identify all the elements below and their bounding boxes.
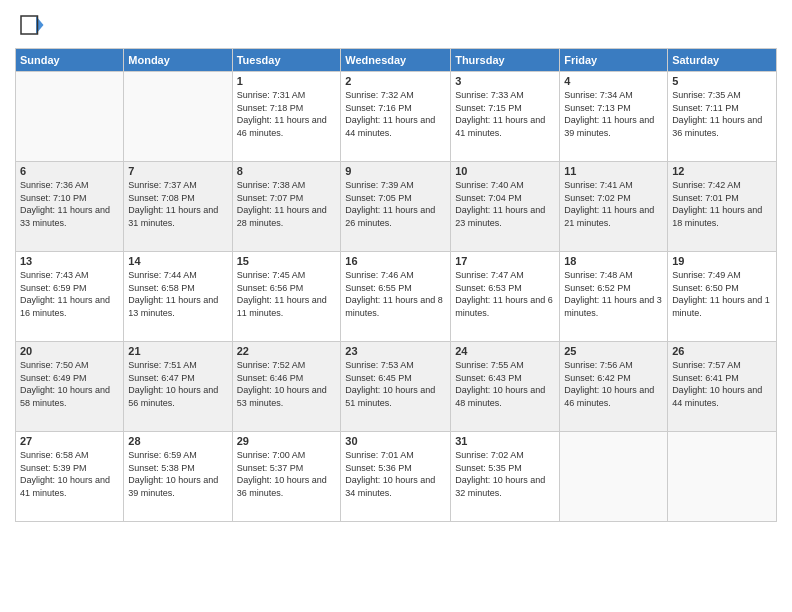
- calendar-cell: 16Sunrise: 7:46 AMSunset: 6:55 PMDayligh…: [341, 252, 451, 342]
- day-info: Sunrise: 7:53 AMSunset: 6:45 PMDaylight:…: [345, 359, 446, 409]
- calendar-week-row: 27Sunrise: 6:58 AMSunset: 5:39 PMDayligh…: [16, 432, 777, 522]
- calendar-cell: 7Sunrise: 7:37 AMSunset: 7:08 PMDaylight…: [124, 162, 232, 252]
- calendar-cell: 21Sunrise: 7:51 AMSunset: 6:47 PMDayligh…: [124, 342, 232, 432]
- day-number: 10: [455, 165, 555, 177]
- day-info: Sunrise: 7:46 AMSunset: 6:55 PMDaylight:…: [345, 269, 446, 319]
- calendar-cell: 27Sunrise: 6:58 AMSunset: 5:39 PMDayligh…: [16, 432, 124, 522]
- calendar-cell: 20Sunrise: 7:50 AMSunset: 6:49 PMDayligh…: [16, 342, 124, 432]
- calendar-week-row: 20Sunrise: 7:50 AMSunset: 6:49 PMDayligh…: [16, 342, 777, 432]
- calendar-cell: 18Sunrise: 7:48 AMSunset: 6:52 PMDayligh…: [560, 252, 668, 342]
- logo-icon: [15, 10, 45, 40]
- calendar-header-row: SundayMondayTuesdayWednesdayThursdayFrid…: [16, 49, 777, 72]
- calendar-cell: 6Sunrise: 7:36 AMSunset: 7:10 PMDaylight…: [16, 162, 124, 252]
- calendar-cell: 19Sunrise: 7:49 AMSunset: 6:50 PMDayligh…: [668, 252, 777, 342]
- day-info: Sunrise: 7:52 AMSunset: 6:46 PMDaylight:…: [237, 359, 337, 409]
- day-info: Sunrise: 7:43 AMSunset: 6:59 PMDaylight:…: [20, 269, 119, 319]
- day-info: Sunrise: 7:42 AMSunset: 7:01 PMDaylight:…: [672, 179, 772, 229]
- calendar-week-row: 1Sunrise: 7:31 AMSunset: 7:18 PMDaylight…: [16, 72, 777, 162]
- day-number: 5: [672, 75, 772, 87]
- calendar-week-row: 6Sunrise: 7:36 AMSunset: 7:10 PMDaylight…: [16, 162, 777, 252]
- day-info: Sunrise: 7:39 AMSunset: 7:05 PMDaylight:…: [345, 179, 446, 229]
- day-number: 21: [128, 345, 227, 357]
- day-info: Sunrise: 7:40 AMSunset: 7:04 PMDaylight:…: [455, 179, 555, 229]
- calendar-cell: 9Sunrise: 7:39 AMSunset: 7:05 PMDaylight…: [341, 162, 451, 252]
- calendar-cell: [16, 72, 124, 162]
- day-number: 26: [672, 345, 772, 357]
- day-number: 7: [128, 165, 227, 177]
- day-number: 15: [237, 255, 337, 267]
- calendar-cell: 15Sunrise: 7:45 AMSunset: 6:56 PMDayligh…: [232, 252, 341, 342]
- day-number: 4: [564, 75, 663, 87]
- day-number: 28: [128, 435, 227, 447]
- day-number: 12: [672, 165, 772, 177]
- day-info: Sunrise: 7:44 AMSunset: 6:58 PMDaylight:…: [128, 269, 227, 319]
- day-info: Sunrise: 7:49 AMSunset: 6:50 PMDaylight:…: [672, 269, 772, 319]
- day-info: Sunrise: 7:34 AMSunset: 7:13 PMDaylight:…: [564, 89, 663, 139]
- day-info: Sunrise: 7:48 AMSunset: 6:52 PMDaylight:…: [564, 269, 663, 319]
- calendar-day-header: Thursday: [451, 49, 560, 72]
- day-number: 27: [20, 435, 119, 447]
- calendar-cell: 17Sunrise: 7:47 AMSunset: 6:53 PMDayligh…: [451, 252, 560, 342]
- day-info: Sunrise: 7:31 AMSunset: 7:18 PMDaylight:…: [237, 89, 337, 139]
- calendar-cell: 25Sunrise: 7:56 AMSunset: 6:42 PMDayligh…: [560, 342, 668, 432]
- calendar-cell: [668, 432, 777, 522]
- calendar-cell: 8Sunrise: 7:38 AMSunset: 7:07 PMDaylight…: [232, 162, 341, 252]
- header: [15, 10, 777, 40]
- day-number: 25: [564, 345, 663, 357]
- calendar-day-header: Friday: [560, 49, 668, 72]
- calendar-cell: [560, 432, 668, 522]
- calendar-day-header: Monday: [124, 49, 232, 72]
- day-number: 2: [345, 75, 446, 87]
- calendar-cell: 4Sunrise: 7:34 AMSunset: 7:13 PMDaylight…: [560, 72, 668, 162]
- day-info: Sunrise: 7:01 AMSunset: 5:36 PMDaylight:…: [345, 449, 446, 499]
- day-number: 1: [237, 75, 337, 87]
- day-number: 22: [237, 345, 337, 357]
- calendar-cell: 26Sunrise: 7:57 AMSunset: 6:41 PMDayligh…: [668, 342, 777, 432]
- day-number: 11: [564, 165, 663, 177]
- day-info: Sunrise: 7:50 AMSunset: 6:49 PMDaylight:…: [20, 359, 119, 409]
- calendar-cell: 13Sunrise: 7:43 AMSunset: 6:59 PMDayligh…: [16, 252, 124, 342]
- calendar-cell: 3Sunrise: 7:33 AMSunset: 7:15 PMDaylight…: [451, 72, 560, 162]
- calendar-cell: 11Sunrise: 7:41 AMSunset: 7:02 PMDayligh…: [560, 162, 668, 252]
- day-number: 16: [345, 255, 446, 267]
- day-info: Sunrise: 7:37 AMSunset: 7:08 PMDaylight:…: [128, 179, 227, 229]
- day-number: 30: [345, 435, 446, 447]
- calendar-cell: 14Sunrise: 7:44 AMSunset: 6:58 PMDayligh…: [124, 252, 232, 342]
- day-number: 17: [455, 255, 555, 267]
- calendar-cell: [124, 72, 232, 162]
- day-number: 9: [345, 165, 446, 177]
- day-info: Sunrise: 7:35 AMSunset: 7:11 PMDaylight:…: [672, 89, 772, 139]
- calendar-cell: 5Sunrise: 7:35 AMSunset: 7:11 PMDaylight…: [668, 72, 777, 162]
- svg-rect-1: [21, 16, 38, 34]
- day-info: Sunrise: 7:33 AMSunset: 7:15 PMDaylight:…: [455, 89, 555, 139]
- day-info: Sunrise: 7:56 AMSunset: 6:42 PMDaylight:…: [564, 359, 663, 409]
- day-number: 23: [345, 345, 446, 357]
- calendar-cell: 24Sunrise: 7:55 AMSunset: 6:43 PMDayligh…: [451, 342, 560, 432]
- calendar-day-header: Wednesday: [341, 49, 451, 72]
- day-number: 3: [455, 75, 555, 87]
- day-number: 19: [672, 255, 772, 267]
- day-number: 14: [128, 255, 227, 267]
- day-info: Sunrise: 7:45 AMSunset: 6:56 PMDaylight:…: [237, 269, 337, 319]
- day-info: Sunrise: 7:38 AMSunset: 7:07 PMDaylight:…: [237, 179, 337, 229]
- day-number: 20: [20, 345, 119, 357]
- day-info: Sunrise: 7:47 AMSunset: 6:53 PMDaylight:…: [455, 269, 555, 319]
- calendar-cell: 1Sunrise: 7:31 AMSunset: 7:18 PMDaylight…: [232, 72, 341, 162]
- day-number: 18: [564, 255, 663, 267]
- day-number: 29: [237, 435, 337, 447]
- day-number: 13: [20, 255, 119, 267]
- calendar-day-header: Saturday: [668, 49, 777, 72]
- calendar-cell: 10Sunrise: 7:40 AMSunset: 7:04 PMDayligh…: [451, 162, 560, 252]
- calendar-week-row: 13Sunrise: 7:43 AMSunset: 6:59 PMDayligh…: [16, 252, 777, 342]
- day-info: Sunrise: 7:51 AMSunset: 6:47 PMDaylight:…: [128, 359, 227, 409]
- day-number: 31: [455, 435, 555, 447]
- calendar-cell: 29Sunrise: 7:00 AMSunset: 5:37 PMDayligh…: [232, 432, 341, 522]
- calendar-cell: 30Sunrise: 7:01 AMSunset: 5:36 PMDayligh…: [341, 432, 451, 522]
- day-number: 8: [237, 165, 337, 177]
- day-info: Sunrise: 7:57 AMSunset: 6:41 PMDaylight:…: [672, 359, 772, 409]
- logo: [15, 10, 49, 40]
- calendar-cell: 2Sunrise: 7:32 AMSunset: 7:16 PMDaylight…: [341, 72, 451, 162]
- day-number: 6: [20, 165, 119, 177]
- calendar-table: SundayMondayTuesdayWednesdayThursdayFrid…: [15, 48, 777, 522]
- calendar-day-header: Sunday: [16, 49, 124, 72]
